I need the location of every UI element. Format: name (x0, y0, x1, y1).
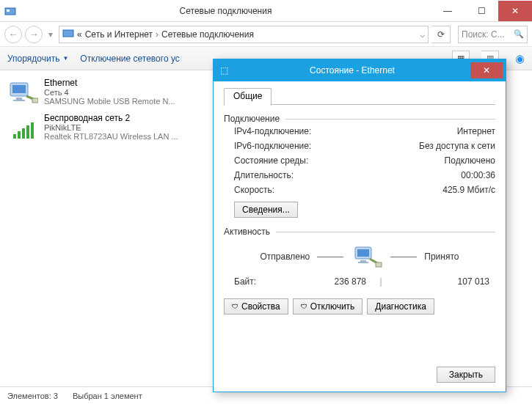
window-title: Сетевые подключения (21, 6, 431, 16)
connection-network: Сеть 4 (44, 88, 175, 97)
svg-rect-2 (63, 30, 73, 37)
close-button[interactable]: ✕ (498, 1, 532, 21)
duration-label: Длительность: (234, 170, 294, 180)
breadcrumb-item-2[interactable]: Сетевые подключения (161, 29, 254, 40)
properties-label: Свойства (241, 301, 280, 312)
group-activity-label: Активность (224, 227, 270, 237)
svg-rect-15 (360, 260, 366, 262)
maximize-button[interactable]: ☐ (464, 1, 498, 21)
activity-network-icon (351, 244, 383, 269)
speed-value: 425.9 Мбит/с (442, 185, 495, 195)
speed-label: Скорость: (234, 185, 274, 195)
diagnose-button[interactable]: Диагностика (367, 298, 434, 315)
svg-rect-7 (32, 98, 38, 103)
connection-item-ethernet[interactable]: Ethernet Сеть 4 SAMSUNG Mobile USB Remot… (6, 75, 211, 110)
breadcrumb[interactable]: « Сеть и Интернет › Сетевые подключения … (59, 26, 429, 43)
recent-locations-caret[interactable]: ▾ (45, 29, 56, 40)
media-value: Подключено (445, 155, 495, 166)
disable-button[interactable]: 🛡Отключить (293, 298, 363, 315)
svg-rect-12 (31, 122, 34, 139)
ipv4-label: IPv4-подключение: (234, 126, 311, 136)
svg-rect-8 (13, 134, 16, 139)
minimize-button[interactable]: — (431, 1, 464, 21)
status-selected: Выбран 1 элемент (73, 392, 142, 400)
help-icon[interactable]: ◉ (515, 52, 525, 65)
search-icon: 🔍 (514, 29, 524, 39)
bytes-label: Байт: (234, 276, 300, 287)
details-button[interactable]: Сведения... (234, 202, 298, 218)
svg-rect-5 (16, 98, 22, 100)
breadcrumb-prefix: « (77, 29, 82, 40)
search-input[interactable]: Поиск: С... 🔍 (458, 26, 528, 43)
ethernet-icon (7, 78, 38, 107)
sent-label: Отправлено (260, 251, 310, 262)
ipv6-value: Без доступа к сети (419, 141, 495, 151)
search-placeholder: Поиск: С... (462, 29, 505, 40)
chevron-down-icon: ▼ (62, 55, 68, 62)
shield-icon: 🛡 (232, 303, 238, 310)
explorer-titlebar: Сетевые подключения — ☐ ✕ (0, 0, 532, 22)
svg-rect-9 (18, 131, 21, 139)
close-dialog-button[interactable]: Закрыть (437, 367, 495, 383)
svg-rect-17 (376, 262, 382, 267)
disable-label: Отключение сетевого ус (80, 54, 179, 64)
window-icon (0, 5, 21, 17)
dialog-title: Состояние - Ethernet (234, 65, 470, 76)
recv-label: Принято (424, 251, 459, 262)
connection-device: Realtek RTL8723AU Wireless LAN ... (44, 132, 178, 141)
navigation-bar: ← → ▾ « Сеть и Интернет › Сетевые подклю… (0, 22, 532, 47)
svg-rect-4 (12, 85, 26, 93)
connection-name: Беспроводная сеть 2 (44, 113, 178, 123)
breadcrumb-separator: › (156, 29, 158, 40)
svg-rect-1 (7, 10, 10, 12)
refresh-button[interactable]: ⟳ (431, 26, 451, 43)
bytes-sent: 236 878 (300, 276, 366, 287)
status-count: Элементов: 3 (7, 392, 58, 400)
tab-strip: Общие (224, 87, 495, 105)
svg-rect-11 (26, 125, 29, 139)
properties-button[interactable]: 🛡Свойства (224, 298, 288, 315)
dialog-close-button[interactable]: ✕ (470, 62, 503, 78)
tab-general[interactable]: Общие (224, 88, 272, 106)
media-label: Состояние среды: (234, 155, 308, 166)
duration-value: 00:00:36 (461, 170, 495, 180)
status-dialog: ⬚ Состояние - Ethernet ✕ Общие Подключен… (213, 59, 506, 392)
disable-device-button[interactable]: Отключение сетевого ус (80, 54, 179, 64)
group-connection-label: Подключение (224, 114, 280, 124)
breadcrumb-item-1[interactable]: Сеть и Интернет (85, 29, 153, 40)
svg-rect-16 (358, 262, 368, 263)
connection-item-wireless[interactable]: Беспроводная сеть 2 PikNikLTE Realtek RT… (6, 110, 211, 145)
wifi-icon (7, 113, 38, 142)
back-button[interactable]: ← (4, 26, 22, 43)
organize-label: Упорядочить (7, 54, 59, 64)
svg-rect-6 (13, 100, 25, 101)
ipv4-value: Интернет (457, 126, 495, 136)
connection-device: SAMSUNG Mobile USB Remote N... (44, 97, 175, 106)
shield-icon: 🛡 (301, 303, 307, 310)
connection-network: PikNikLTE (44, 123, 178, 132)
svg-rect-14 (357, 249, 369, 257)
breadcrumb-dropdown-icon[interactable]: ⌵ (420, 29, 425, 40)
organize-menu[interactable]: Упорядочить ▼ (7, 54, 68, 64)
ipv6-label: IPv6-подключение: (234, 141, 311, 151)
bytes-recv: 107 013 (396, 276, 495, 287)
dialog-icon: ⬚ (214, 65, 234, 76)
connection-name: Ethernet (44, 78, 175, 88)
disable-btn-label: Отключить (310, 301, 355, 312)
breadcrumb-icon (62, 27, 74, 41)
dialog-titlebar: ⬚ Состояние - Ethernet ✕ (214, 59, 506, 81)
forward-button[interactable]: → (25, 26, 43, 43)
bytes-separator: | (366, 276, 396, 287)
svg-rect-10 (22, 128, 25, 139)
